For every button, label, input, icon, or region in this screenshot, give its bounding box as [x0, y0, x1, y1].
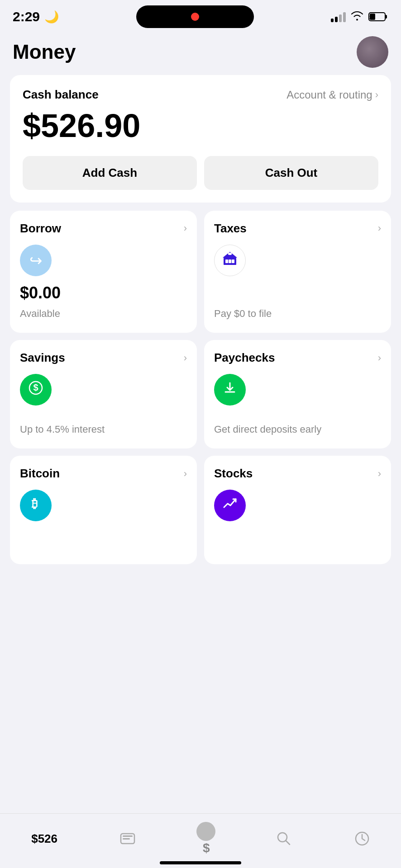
paychecks-subtitle: Get direct deposits early — [214, 423, 381, 436]
account-routing-text: Account & routing — [286, 89, 372, 101]
svg-rect-15 — [123, 838, 130, 840]
paychecks-icon — [214, 374, 246, 406]
borrow-title: Borrow — [20, 222, 61, 236]
cash-amount: $526.90 — [23, 109, 378, 143]
svg-text:₿: ₿ — [32, 497, 38, 510]
battery-icon: 39 — [368, 11, 388, 22]
account-routing-link[interactable]: Account & routing › — [286, 89, 378, 101]
add-cash-button[interactable]: Add Cash — [23, 156, 197, 190]
nav-clock-icon[interactable] — [344, 829, 381, 848]
paychecks-chevron: › — [378, 352, 381, 364]
cash-balance-label: Cash balance — [23, 88, 99, 102]
stocks-trend-icon — [221, 495, 239, 516]
status-time: 2:29 — [13, 9, 40, 24]
cash-actions: Add Cash Cash Out — [23, 156, 378, 190]
nav-home-icon[interactable] — [109, 829, 146, 848]
svg-text:$: $ — [33, 382, 38, 392]
borrow-chevron: › — [184, 222, 187, 234]
moon-icon: 🌙 — [44, 10, 59, 24]
savings-title: Savings — [20, 351, 65, 365]
wifi-icon — [350, 10, 364, 23]
cards-grid: Borrow › ↪ $0.00 Available Taxes › — [10, 211, 391, 565]
nav-money-icon[interactable]: $ — [187, 822, 224, 855]
stocks-chevron: › — [378, 468, 381, 480]
taxes-chevron: › — [378, 222, 381, 234]
bitcoin-icon: ₿ — [20, 490, 52, 521]
taxes-subtitle: Pay $0 to file — [214, 307, 381, 321]
stocks-title: Stocks — [214, 467, 253, 481]
savings-icon: $ — [20, 374, 52, 406]
paychecks-title: Paychecks — [214, 351, 275, 365]
taxes-building-icon — [221, 250, 239, 271]
savings-card[interactable]: Savings › $ Up to 4.5% interest — [10, 340, 197, 448]
savings-chevron: › — [184, 352, 187, 364]
bitcoin-title: Bitcoin — [20, 467, 60, 481]
money-circle — [196, 822, 215, 841]
svg-rect-6 — [229, 259, 231, 263]
borrow-amount: $0.00 — [20, 283, 187, 302]
paychecks-card-header: Paychecks › — [214, 351, 381, 365]
svg-point-16 — [278, 833, 287, 842]
borrow-card[interactable]: Borrow › ↪ $0.00 Available — [10, 211, 197, 333]
svg-rect-14 — [123, 835, 133, 837]
svg-rect-9 — [228, 253, 232, 255]
borrow-icon: ↪ — [20, 245, 52, 276]
stocks-card[interactable]: Stocks › — [204, 456, 391, 564]
bitcoin-card[interactable]: Bitcoin › ₿ — [10, 456, 197, 564]
paychecks-download-icon — [221, 379, 239, 400]
bitcoin-card-header: Bitcoin › — [20, 467, 187, 481]
cash-balance-header: Cash balance Account & routing › — [23, 88, 378, 102]
borrow-arrow-icon: ↪ — [29, 251, 42, 269]
savings-card-header: Savings › — [20, 351, 187, 365]
status-icons: 39 — [331, 10, 388, 23]
nav-search-icon[interactable] — [265, 829, 302, 848]
home-indicator — [160, 861, 241, 864]
avatar[interactable] — [357, 36, 388, 68]
svg-rect-5 — [225, 259, 228, 263]
taxes-title: Taxes — [214, 222, 247, 236]
taxes-card[interactable]: Taxes › Pay $0 to file — [204, 211, 391, 333]
header: Money — [0, 32, 401, 75]
account-routing-chevron: › — [375, 89, 378, 101]
borrow-subtitle: Available — [20, 307, 187, 321]
paychecks-card[interactable]: Paychecks › Get direct deposits early — [204, 340, 391, 448]
cash-out-button[interactable]: Cash Out — [204, 156, 378, 190]
recording-dot — [191, 13, 199, 21]
bottom-nav-bar: $526 $ — [0, 813, 401, 868]
status-bar: 2:29 🌙 39 — [0, 0, 401, 32]
taxes-icon — [214, 245, 246, 276]
borrow-card-header: Borrow › — [20, 222, 187, 236]
bitcoin-b-icon: ₿ — [27, 495, 44, 516]
taxes-card-header: Taxes › — [214, 222, 381, 236]
svg-rect-7 — [232, 259, 234, 263]
page-title: Money — [13, 41, 76, 63]
stocks-card-header: Stocks › — [214, 467, 381, 481]
signal-icon — [331, 11, 346, 22]
bitcoin-chevron: › — [184, 468, 187, 480]
dynamic-island — [136, 5, 254, 28]
svg-text:39: 39 — [369, 15, 375, 20]
bottom-balance: $526 — [20, 832, 68, 846]
main-content: Cash balance Account & routing › $526.90… — [0, 75, 401, 564]
stocks-icon — [214, 490, 246, 521]
svg-rect-2 — [385, 15, 387, 19]
cash-balance-card: Cash balance Account & routing › $526.90… — [10, 75, 391, 203]
savings-dollar-icon: $ — [27, 379, 44, 400]
dollar-s-icon: $ — [203, 841, 210, 855]
savings-subtitle: Up to 4.5% interest — [20, 423, 187, 436]
